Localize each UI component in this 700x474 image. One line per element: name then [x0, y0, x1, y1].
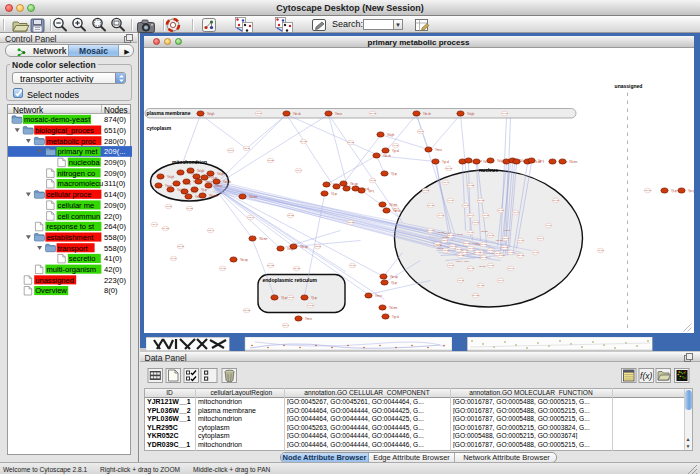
svg-text:Ydr-cb: Ydr-cb	[500, 246, 508, 249]
svg-text:Ymr-e: Ymr-e	[467, 214, 474, 217]
svg-text:unassigned: unassigned	[35, 276, 74, 285]
svg-text:Yjl-qr: Yjl-qr	[281, 295, 287, 299]
svg-text:Ylr-xd: Ylr-xd	[437, 214, 444, 217]
svg-text:cytoplasm: cytoplasm	[146, 125, 171, 131]
svg-text:Ydr-cb: Ydr-cb	[643, 189, 651, 192]
svg-text:Ypr-ij: Ypr-ij	[295, 169, 301, 172]
svg-text:Ypr-ij: Ypr-ij	[538, 158, 544, 162]
svg-text:Ygr-al: Ygr-al	[442, 159, 449, 163]
svg-text:Ybr-op: Ybr-op	[479, 256, 487, 259]
svg-text:metabolic proc: metabolic proc	[46, 137, 96, 146]
svg-text:Yjl-qr: Yjl-qr	[467, 231, 473, 234]
svg-text:Ypr-ij: Ypr-ij	[497, 279, 503, 282]
svg-text:Ygr-al: Ygr-al	[307, 304, 314, 307]
svg-text:Ybr-op: Ybr-op	[240, 257, 248, 261]
svg-text:f(x): f(x)	[640, 371, 652, 381]
svg-text:Ybr-op: Ybr-op	[346, 141, 354, 144]
svg-text:Ypr-ij: Ypr-ij	[467, 247, 473, 250]
svg-text:Ygr-al: Ygr-al	[503, 228, 510, 231]
svg-text:Yjl-qr: Yjl-qr	[671, 188, 677, 192]
svg-text:Ykl-mn: Ykl-mn	[441, 235, 449, 238]
svg-text:Ygl-bf: Ygl-bf	[243, 147, 250, 150]
svg-text:Ybr-op: Ybr-op	[292, 267, 300, 270]
svg-text:Yjl-qr: Yjl-qr	[391, 171, 397, 175]
svg-text:41(0): 41(0)	[104, 254, 122, 263]
svg-text:Ykl-mn: Ykl-mn	[389, 305, 398, 309]
svg-text:biological_proces: biological_proces	[35, 126, 94, 135]
svg-text:mitochondrion: mitochondrion	[172, 159, 207, 165]
svg-text:Yol-gh: Yol-gh	[186, 207, 193, 210]
svg-text:endoplasmic reticulum: endoplasmic reticulum	[262, 277, 317, 283]
svg-text:Ypr-ij: Ypr-ij	[688, 188, 694, 192]
svg-text:Ybr-op: Ybr-op	[176, 245, 184, 248]
svg-text:Ydr-cb: Ydr-cb	[223, 179, 231, 183]
svg-text:multi-organism: multi-organism	[46, 265, 96, 274]
svg-text:Ydr-cb: Ydr-cb	[476, 199, 484, 202]
svg-text:Ydr-cb: Ydr-cb	[466, 267, 474, 270]
svg-text:nucleoba: nucleoba	[69, 158, 101, 167]
svg-text:Ygr-al: Ygr-al	[392, 148, 399, 152]
svg-text:transport: transport	[58, 244, 89, 253]
svg-text:Yjl-qr: Yjl-qr	[545, 224, 551, 227]
svg-text:Yol-gh: Yol-gh	[167, 174, 175, 178]
svg-text:Ygr-al: Ygr-al	[417, 130, 424, 133]
svg-text:unassigned: unassigned	[614, 82, 642, 88]
svg-text:Ybr-op: Ybr-op	[516, 254, 524, 257]
svg-text:Ygr-al: Ygr-al	[287, 296, 294, 299]
svg-text:Ykl-mn: Ykl-mn	[569, 159, 578, 163]
svg-text:Ygl-bf: Ygl-bf	[347, 221, 354, 224]
svg-text:Ydr-cb: Ydr-cb	[444, 167, 452, 170]
svg-text:Ylr-xd: Ylr-xd	[501, 112, 508, 115]
svg-text:Ygr-al: Ygr-al	[456, 232, 463, 235]
svg-text:Ygr-al: Ygr-al	[255, 112, 262, 115]
svg-text:Ymr-e: Ymr-e	[207, 229, 214, 232]
svg-text:Ymr-e: Ymr-e	[435, 147, 443, 151]
svg-text:Yol-gh: Yol-gh	[467, 111, 475, 115]
svg-text:264(0): 264(0)	[104, 222, 126, 231]
svg-text:Ymr-e: Ymr-e	[441, 239, 448, 242]
svg-text:Ykl-mn: Ykl-mn	[473, 251, 481, 254]
svg-text:Ykl-mn: Ykl-mn	[426, 229, 434, 232]
svg-text:Ybr-op: Ybr-op	[478, 264, 486, 267]
svg-text:Ygl-bf: Ygl-bf	[442, 249, 449, 252]
svg-text:Ygl-bf: Ygl-bf	[435, 243, 442, 246]
svg-text:cell commun: cell commun	[58, 212, 101, 221]
svg-text:cellular me: cellular me	[58, 201, 95, 210]
svg-text:Ykl-mn: Ykl-mn	[259, 236, 268, 240]
svg-text:establishment: establishment	[46, 233, 94, 242]
svg-text:Ykl-mn: Ykl-mn	[266, 264, 274, 267]
svg-text:nitrogen co: nitrogen co	[58, 169, 96, 178]
svg-text:Ydr-cb: Ydr-cb	[242, 309, 250, 312]
svg-text:Ylr-xd: Ylr-xd	[487, 264, 494, 267]
svg-text:response to st: response to st	[46, 222, 95, 231]
svg-text:Ygr-al: Ygr-al	[487, 234, 494, 237]
svg-text:Ymr-e: Ymr-e	[455, 259, 462, 262]
svg-text:Yjl-qr: Yjl-qr	[474, 242, 480, 245]
svg-text:Ymr-e: Ymr-e	[436, 246, 443, 249]
svg-text:22(0): 22(0)	[104, 212, 122, 221]
svg-text:Ydr-cb: Ydr-cb	[423, 111, 431, 115]
svg-text:Yol-gh: Yol-gh	[387, 132, 395, 136]
svg-text:558(0): 558(0)	[104, 244, 126, 253]
svg-text:macromolecu: macromolecu	[58, 179, 104, 188]
svg-text:Yjl-qr: Yjl-qr	[487, 249, 493, 252]
svg-text:Ybr-op: Ybr-op	[350, 181, 358, 185]
svg-text:plasma membrane: plasma membrane	[146, 110, 190, 116]
svg-text:Ykl-mn: Ykl-mn	[389, 202, 398, 206]
svg-text:Ydr-cb: Ydr-cb	[501, 237, 509, 240]
svg-text:Ypr-ij: Ypr-ij	[247, 216, 253, 219]
svg-text:Yjl-qr: Yjl-qr	[391, 280, 397, 284]
svg-text:8(0): 8(0)	[104, 286, 118, 295]
svg-text:Ymr-e: Ymr-e	[375, 293, 383, 297]
svg-text:Yol-gh: Yol-gh	[197, 168, 205, 172]
svg-text:primary met: primary met	[58, 147, 99, 156]
svg-text:Yjl-qr: Yjl-qr	[392, 144, 398, 147]
svg-text:Ydr-cb: Ydr-cb	[368, 112, 376, 115]
svg-text:Yol-gh: Yol-gh	[497, 209, 504, 212]
svg-text:secretio: secretio	[69, 254, 96, 263]
svg-text:Yol-gh: Yol-gh	[461, 251, 468, 254]
svg-text:311(0): 311(0)	[104, 179, 126, 188]
svg-text:209(0): 209(0)	[104, 201, 126, 210]
svg-text:209(...: 209(...	[104, 147, 126, 156]
svg-text:Ypr-ij: Ypr-ij	[368, 188, 374, 192]
